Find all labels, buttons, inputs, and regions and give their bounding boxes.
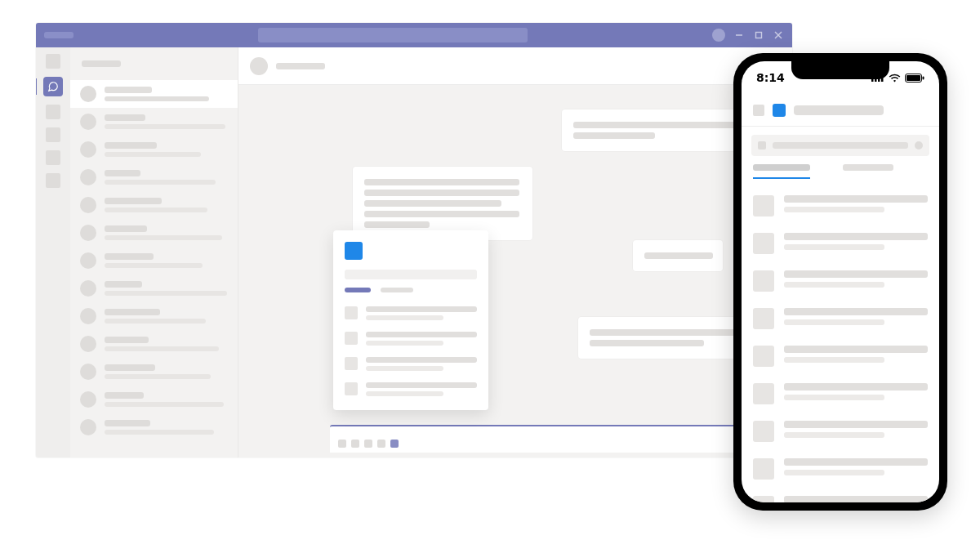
extension-result-item[interactable] [345, 301, 477, 326]
mobile-result-item[interactable] [753, 375, 928, 413]
chat-list-item[interactable] [70, 302, 238, 330]
mobile-result-item[interactable] [753, 450, 928, 488]
mobile-result-item[interactable] [753, 225, 928, 262]
window-minimize-button[interactable] [733, 29, 745, 41]
chat-list-item[interactable] [70, 191, 238, 219]
svg-rect-1 [756, 33, 762, 38]
avatar [80, 86, 96, 102]
thumbnail-icon [753, 421, 774, 442]
rail-item-calendar[interactable] [46, 127, 60, 142]
compose-emoji-icon[interactable] [364, 440, 372, 448]
avatar [80, 308, 96, 324]
mobile-result-item[interactable] [753, 300, 928, 337]
extension-tab[interactable] [345, 288, 371, 292]
mobile-result-item[interactable] [753, 488, 928, 502]
thumbnail-icon [753, 195, 774, 216]
back-button[interactable] [753, 105, 764, 116]
mobile-result-item[interactable] [753, 337, 928, 375]
mobile-result-item[interactable] [753, 187, 928, 225]
mobile-result-item[interactable] [753, 262, 928, 300]
chat-list-item[interactable] [70, 330, 238, 358]
chat-list-item[interactable] [70, 219, 238, 247]
status-time: 8:14 [756, 71, 785, 84]
avatar [80, 225, 96, 241]
extension-result-item[interactable] [345, 377, 477, 402]
thumbnail-icon [753, 270, 774, 292]
app-rail [36, 47, 70, 457]
rail-item-more[interactable] [46, 173, 60, 188]
avatar [80, 252, 96, 269]
chat-list-item[interactable] [70, 247, 238, 274]
chat-list-header [70, 47, 238, 80]
chat-list-item[interactable] [70, 80, 238, 108]
thumbnail-icon [345, 332, 358, 345]
message-bubble[interactable] [353, 167, 532, 240]
avatar [80, 141, 96, 158]
svg-rect-9 [906, 75, 920, 81]
thumbnail-icon [753, 233, 774, 254]
wifi-icon [889, 74, 901, 83]
rail-item-chat[interactable] [43, 77, 63, 96]
window-maximize-button[interactable] [753, 29, 764, 41]
global-search-input[interactable] [258, 28, 528, 42]
thumbnail-icon [753, 458, 774, 480]
extension-tab[interactable] [381, 288, 413, 292]
message-bubble[interactable] [633, 240, 723, 271]
mobile-tab[interactable] [753, 164, 810, 179]
extension-app-icon [345, 242, 363, 260]
extension-app-icon [773, 104, 786, 117]
avatar [80, 169, 96, 185]
mobile-title [794, 105, 884, 115]
svg-rect-10 [923, 76, 924, 79]
avatar [80, 391, 96, 408]
mobile-result-item[interactable] [753, 413, 928, 450]
compose-format-icon[interactable] [338, 440, 346, 448]
mobile-tabs [742, 156, 939, 179]
window-close-button[interactable] [773, 29, 784, 41]
chat-list-item[interactable] [70, 163, 238, 191]
mobile-tab[interactable] [843, 164, 893, 179]
chat-list-item[interactable] [70, 413, 238, 441]
current-user-avatar[interactable] [712, 29, 725, 42]
rail-item-files[interactable] [46, 150, 60, 165]
thumbnail-icon [753, 346, 774, 367]
chat-list-item[interactable] [70, 108, 238, 136]
thumbnail-icon [345, 382, 358, 395]
clear-icon[interactable] [915, 141, 923, 150]
mobile-header [742, 94, 939, 127]
avatar [250, 57, 268, 75]
mobile-device-frame: 8:14 [733, 53, 947, 511]
svg-rect-4 [871, 79, 874, 82]
chat-list-item[interactable] [70, 136, 238, 163]
chat-icon [47, 81, 59, 92]
thumbnail-icon [753, 308, 774, 329]
conversation-pane [238, 47, 792, 457]
extension-search-input[interactable] [345, 270, 477, 279]
titlebar [36, 23, 792, 47]
extension-result-item[interactable] [345, 326, 477, 351]
battery-icon [905, 74, 924, 83]
avatar [80, 280, 96, 297]
extension-result-item[interactable] [345, 351, 477, 377]
chat-list-item[interactable] [70, 358, 238, 386]
conversation-header [238, 47, 792, 85]
compose-box[interactable] [330, 425, 774, 453]
mobile-search-input[interactable] [751, 135, 929, 156]
app-name [44, 32, 74, 38]
thumbnail-icon [753, 496, 774, 502]
avatar [80, 419, 96, 435]
desktop-window [36, 23, 792, 457]
conversation-title [276, 63, 325, 69]
chat-list-item[interactable] [70, 274, 238, 302]
avatar [80, 336, 96, 352]
avatar [80, 197, 96, 213]
chat-list-item[interactable] [70, 386, 238, 413]
compose-gif-icon[interactable] [377, 440, 385, 448]
mobile-result-list [742, 179, 939, 502]
rail-item-activity[interactable] [46, 54, 60, 69]
compose-attach-icon[interactable] [351, 440, 359, 448]
rail-item-teams[interactable] [46, 105, 60, 119]
device-notch [791, 61, 889, 79]
compose-extension-icon[interactable] [390, 440, 399, 448]
thumbnail-icon [345, 306, 358, 319]
